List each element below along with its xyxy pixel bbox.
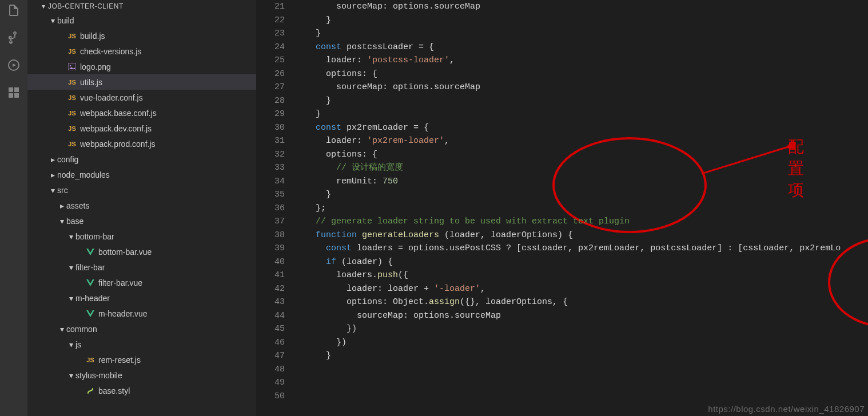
line-number: 46: [256, 336, 285, 350]
tree-item[interactable]: ▾bottom-bar: [27, 229, 256, 244]
code-line[interactable]: // generate loader string to be used wit…: [295, 215, 868, 229]
code-line[interactable]: remUnit: 750: [295, 175, 868, 189]
tree-item[interactable]: ▾filter-bar: [27, 259, 256, 275]
code-line[interactable]: }): [295, 336, 868, 350]
tree-item-label: filter-bar: [75, 263, 256, 272]
tree-item[interactable]: ▸config: [27, 151, 256, 167]
js-icon: JS: [66, 79, 78, 86]
line-number: 28: [256, 94, 285, 108]
tree-item[interactable]: ▾build: [27, 13, 256, 28]
code-line[interactable]: }: [295, 14, 868, 27]
tree-item[interactable]: JSwebpack.prod.conf.js: [27, 136, 256, 151]
code-line[interactable]: };: [295, 202, 868, 215]
tree-item-label: config: [57, 155, 256, 164]
code-line[interactable]: }: [295, 27, 868, 41]
tree-item-label: check-versions.js: [80, 47, 256, 56]
line-number: 41: [256, 269, 285, 282]
tree-item[interactable]: JSvue-loader.conf.js: [27, 90, 256, 105]
tree-item[interactable]: JSutils.js: [27, 74, 256, 90]
line-number: 43: [256, 295, 285, 309]
code-line[interactable]: sourceMap: options.sourceMap: [295, 309, 868, 323]
tree-item[interactable]: ▾m-header: [27, 290, 256, 306]
code-line[interactable]: }: [295, 107, 868, 121]
tree-item[interactable]: JSwebpack.dev.conf.js: [27, 121, 256, 136]
files-icon[interactable]: [7, 3, 21, 19]
chevron-down-icon: ▾: [48, 186, 57, 195]
js-icon: JS: [66, 125, 78, 132]
tree-item-label: bottom-bar: [75, 232, 256, 241]
code-area[interactable]: 2122232425262728293031323334353637383940…: [256, 0, 868, 416]
tree-item-label: common: [66, 325, 256, 334]
tree-item[interactable]: ▾common: [27, 321, 256, 337]
line-number: 34: [256, 175, 285, 189]
app-root: ▾ JOB-CENTER-CLIENT ▾buildJSbuild.jsJSch…: [0, 0, 868, 416]
code-line[interactable]: const loaders = options.usePostCSS ? [cs…: [295, 242, 868, 255]
tree-item[interactable]: filter-bar.vue: [27, 275, 256, 290]
code-line[interactable]: loader: 'px2rem-loader',: [295, 134, 868, 148]
code-line[interactable]: const postcssLoader = {: [295, 41, 868, 54]
line-number: 49: [256, 376, 285, 390]
extensions-icon[interactable]: [7, 86, 21, 102]
line-number: 32: [256, 148, 285, 162]
code-line[interactable]: loader: 'postcss-loader',: [295, 54, 868, 67]
tree-item[interactable]: logo.png: [27, 59, 256, 74]
code-line[interactable]: }: [295, 188, 868, 202]
chevron-down-icon: ▾: [66, 263, 75, 272]
tree-item[interactable]: JSrem-reset.js: [27, 352, 256, 367]
line-number: 42: [256, 282, 285, 296]
code-line[interactable]: options: {: [295, 67, 868, 81]
code-line[interactable]: sourceMap: options.sourceMap: [295, 0, 868, 14]
tree-item-label: base: [66, 217, 256, 226]
tree-item[interactable]: ▾base: [27, 213, 256, 229]
project-name: JOB-CENTER-CLIENT: [48, 2, 124, 10]
code-line[interactable]: function generateLoaders (loader, loader…: [295, 229, 868, 242]
tree-item[interactable]: ▸node_modules: [27, 167, 256, 182]
tree-item-label: vue-loader.conf.js: [80, 93, 256, 102]
code-line[interactable]: options: {: [295, 148, 868, 162]
tree-item-label: stylus-mobile: [75, 371, 256, 380]
code-line[interactable]: }: [295, 349, 868, 363]
line-number: 31: [256, 134, 285, 148]
stylus-icon: [85, 387, 96, 395]
line-number: 50: [256, 390, 285, 403]
debug-icon[interactable]: [7, 58, 21, 74]
line-number: 48: [256, 363, 285, 377]
code-line[interactable]: }: [295, 94, 868, 108]
line-number: 38: [256, 229, 285, 242]
code-lines[interactable]: sourceMap: options.sourceMap } } const p…: [295, 0, 868, 416]
project-header[interactable]: ▾ JOB-CENTER-CLIENT: [27, 0, 256, 13]
code-line[interactable]: // 设计稿的宽度: [295, 161, 868, 175]
tree-item-label: js: [75, 340, 256, 349]
vue-icon: [85, 249, 96, 255]
tree-item[interactable]: bottom-bar.vue: [27, 244, 256, 259]
tree-item[interactable]: m-header.vue: [27, 306, 256, 321]
code-line[interactable]: const px2remLoader = {: [295, 121, 868, 135]
file-tree[interactable]: ▾buildJSbuild.jsJScheck-versions.jslogo.…: [27, 13, 256, 416]
tree-item[interactable]: JScheck-versions.js: [27, 43, 256, 59]
vue-icon: [85, 310, 96, 317]
tree-item[interactable]: JSwebpack.base.conf.js: [27, 105, 256, 121]
tree-item-label: src: [57, 186, 256, 195]
code-line[interactable]: loader: loader + '-loader',: [295, 282, 868, 296]
tree-item[interactable]: ▾src: [27, 182, 256, 198]
line-number: 37: [256, 215, 285, 229]
line-number: 30: [256, 121, 285, 135]
code-line[interactable]: loaders.push({: [295, 269, 868, 282]
scm-icon[interactable]: [7, 31, 21, 47]
tree-item[interactable]: base.styl: [27, 383, 256, 398]
chevron-down-icon: ▾: [66, 371, 75, 380]
tree-item-label: m-header: [75, 294, 256, 303]
code-line[interactable]: options: Object.assign({}, loaderOptions…: [295, 295, 868, 309]
chevron-down-icon: ▾: [48, 16, 57, 25]
js-icon: JS: [66, 48, 78, 55]
tree-item-label: rem-reset.js: [98, 355, 256, 365]
tree-item[interactable]: JSbuild.js: [27, 28, 256, 43]
editor[interactable]: 2122232425262728293031323334353637383940…: [256, 0, 868, 416]
code-line[interactable]: }): [295, 322, 868, 336]
tree-item[interactable]: ▸assets: [27, 198, 256, 213]
tree-item[interactable]: ▾stylus-mobile: [27, 367, 256, 383]
code-line[interactable]: sourceMap: options.sourceMap: [295, 81, 868, 94]
code-line[interactable]: if (loader) {: [295, 255, 868, 269]
line-number: 21: [256, 0, 285, 14]
tree-item[interactable]: ▾js: [27, 337, 256, 352]
